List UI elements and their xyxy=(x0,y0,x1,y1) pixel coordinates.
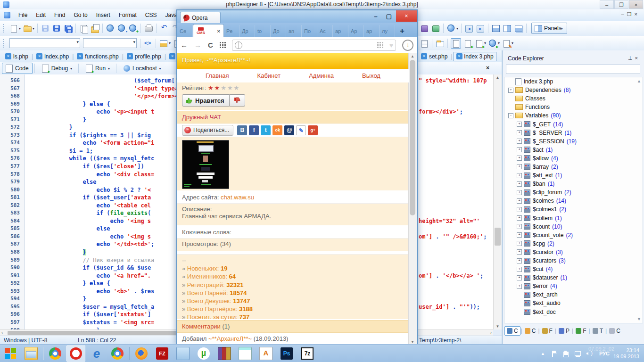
close-tab-icon[interactable]: × xyxy=(5,53,11,59)
run-browser-icon[interactable]: ▸ xyxy=(488,39,497,48)
file-tab-ls-php[interactable]: ×ls.php xyxy=(3,52,31,61)
close-tab-icon[interactable]: × xyxy=(456,53,462,59)
tree-item-Variables[interactable]: -Variables(90) xyxy=(504,111,643,120)
save-icon[interactable] xyxy=(41,24,50,33)
tree-item-curator[interactable]: +$curator(3) xyxy=(504,248,643,256)
browser-tab-Ce[interactable]: Ce xyxy=(177,25,193,37)
mdi-window-controls[interactable]: –❐× xyxy=(621,11,640,17)
taskbar-start-button[interactable] xyxy=(1,346,20,362)
browser-tab-an[interactable]: an xyxy=(286,25,302,37)
tree-item-cpg[interactable]: +$cpg(2) xyxy=(504,239,643,248)
tree-expander-icon[interactable]: + xyxy=(517,156,522,161)
nav-link-Админка[interactable]: Админка xyxy=(309,72,334,79)
share-google-plus-icon[interactable]: g+ xyxy=(308,125,318,135)
browser-tab-лу[interactable]: лу xyxy=(380,25,395,37)
paste-icon[interactable] xyxy=(90,24,99,33)
new-file-icon[interactable] xyxy=(9,24,18,33)
browser-tab-active[interactable]: CMS× xyxy=(193,24,224,37)
taskbar-sticky-notes[interactable] xyxy=(173,346,192,362)
tree-item-att_ext[interactable]: +$att_ext(1) xyxy=(504,171,643,180)
browser-tab-По[interactable]: По xyxy=(302,25,317,37)
tree-scroll-down-icon[interactable]: ▼ xyxy=(637,317,641,321)
layout-cascade-icon[interactable] xyxy=(514,24,523,33)
page-scroll-up-icon[interactable]: ▲ xyxy=(409,54,416,58)
scroll-up-icon[interactable]: ▲ xyxy=(494,75,502,80)
tree-item-datauser[interactable]: +$datauser(1) xyxy=(504,273,643,282)
file-tab-index-php[interactable]: ×index.php xyxy=(34,52,71,61)
tree-item-colmes1[interactable]: +$colmes1(2) xyxy=(504,205,643,214)
menu-css[interactable]: CSS xyxy=(141,9,161,21)
ide-maximize-button[interactable]: ❐ xyxy=(614,0,628,9)
todo-list-icon[interactable] xyxy=(420,39,429,48)
taskbar-notepad[interactable] xyxy=(236,346,255,362)
nav-link-Главная[interactable]: Главная xyxy=(206,72,229,79)
run-icon[interactable]: ▸ xyxy=(474,39,484,48)
tree-item-_SERVER[interactable]: +$_SERVER(1) xyxy=(504,129,643,137)
taskbar-chrome[interactable] xyxy=(46,346,65,362)
back-icon[interactable]: ← xyxy=(181,41,188,49)
file-tab-functions-php[interactable]: ×functions.php xyxy=(74,52,121,61)
action-center-flag-icon[interactable] xyxy=(551,350,558,357)
opera-close-button[interactable]: × xyxy=(396,10,417,22)
layout-horizontal-icon[interactable] xyxy=(491,24,501,33)
share-twitter-icon[interactable]: t xyxy=(261,125,271,135)
explorer-bottom-tab-2[interactable]: F xyxy=(540,327,554,335)
tree-expander-icon[interactable]: + xyxy=(517,232,522,238)
tree-item-act[interactable]: +$act(1) xyxy=(504,146,643,154)
browser-tab-Ac[interactable]: Ac xyxy=(317,25,333,37)
tree-item-Classes[interactable]: Classes xyxy=(504,94,643,103)
chat-title-link[interactable]: Дружный ЧАТ xyxy=(182,114,221,121)
nav-back-icon[interactable]: ◂ xyxy=(464,24,474,33)
ide-close-button[interactable]: × xyxy=(629,0,643,9)
explorer-bottom-tab-6[interactable]: C xyxy=(607,327,622,335)
tree-item-count_vote[interactable]: +$count_vote(2) xyxy=(504,231,643,239)
share-pen-icon[interactable]: ✎ xyxy=(296,125,306,135)
taskbar-file-explorer[interactable] xyxy=(22,346,41,362)
tree-expander-icon[interactable]: + xyxy=(517,267,522,272)
browser-tab-До[interactable]: До xyxy=(271,25,286,37)
undo-icon[interactable]: ↶ xyxy=(159,24,169,33)
explorer-bottom-tab-1[interactable]: C xyxy=(523,327,538,335)
new-file-dropdown-icon[interactable]: ▾ xyxy=(19,26,21,31)
like-button[interactable]: Нравится xyxy=(182,94,230,107)
tree-expander-icon[interactable]: + xyxy=(517,181,522,187)
taskbar-7zip[interactable]: 7z xyxy=(298,346,317,362)
save-all-icon[interactable] xyxy=(63,24,73,33)
tree-item-_SESSION[interactable]: +$_SESSION(19) xyxy=(504,137,643,146)
user-link[interactable]: ~**АрхангеЛ**~ xyxy=(208,335,252,342)
rating-stars[interactable]: ★★★★★ xyxy=(208,84,240,91)
explorer-filter-input[interactable] xyxy=(506,65,640,74)
taskbar-filezilla[interactable]: FZ xyxy=(153,346,172,362)
tree-expander-icon[interactable]: + xyxy=(517,224,522,229)
scroll-down-icon[interactable]: ▼ xyxy=(494,324,502,329)
menu-insert[interactable]: Insert xyxy=(92,9,115,21)
tree-expander-icon[interactable]: + xyxy=(517,173,522,178)
share-button[interactable]: Поделиться... xyxy=(182,125,233,136)
browser-tab-ap[interactable]: ap xyxy=(364,25,380,37)
page-scrollbar[interactable]: ▲ ▼ xyxy=(408,53,417,345)
taskbar-opera[interactable] xyxy=(66,346,85,362)
print-icon[interactable] xyxy=(144,24,153,33)
taskbar-utorrent[interactable]: µ xyxy=(194,346,213,362)
open-file-icon[interactable] xyxy=(23,24,32,33)
tree-item-ext_arch[interactable]: $ext_arch xyxy=(504,290,643,299)
opera-minimize-button[interactable]: – xyxy=(374,13,377,20)
tree-expander-icon[interactable]: + xyxy=(517,207,522,212)
tree-item-error[interactable]: +$error(4) xyxy=(504,282,643,290)
close-tab-icon[interactable]: × xyxy=(421,53,427,59)
tree-expander-icon[interactable]: + xyxy=(517,190,522,195)
tree-expander-icon[interactable]: + xyxy=(508,88,513,93)
style-edit-icon[interactable]: ✎ xyxy=(502,39,511,48)
browser-dropdown-icon[interactable]: ▾ xyxy=(456,26,458,31)
editor-vertical-scrollbar[interactable]: ▲ ▼ xyxy=(493,74,502,329)
menu-file[interactable]: File xyxy=(14,9,32,21)
sync-upload-icon[interactable] xyxy=(420,24,429,33)
browser-tab-Ap[interactable]: Ap xyxy=(348,25,364,37)
close-tab-icon[interactable]: × xyxy=(36,53,42,59)
member-combo[interactable] xyxy=(83,38,137,48)
nav-link-Кабинет[interactable]: Кабинет xyxy=(257,72,281,79)
menu-go-to[interactable]: Go to xyxy=(69,9,91,21)
tree-item-ext_audio[interactable]: $ext_audio xyxy=(504,299,643,307)
editor-close-icon[interactable]: × xyxy=(486,65,489,71)
tree-item-array[interactable]: +$array(2) xyxy=(504,163,643,171)
